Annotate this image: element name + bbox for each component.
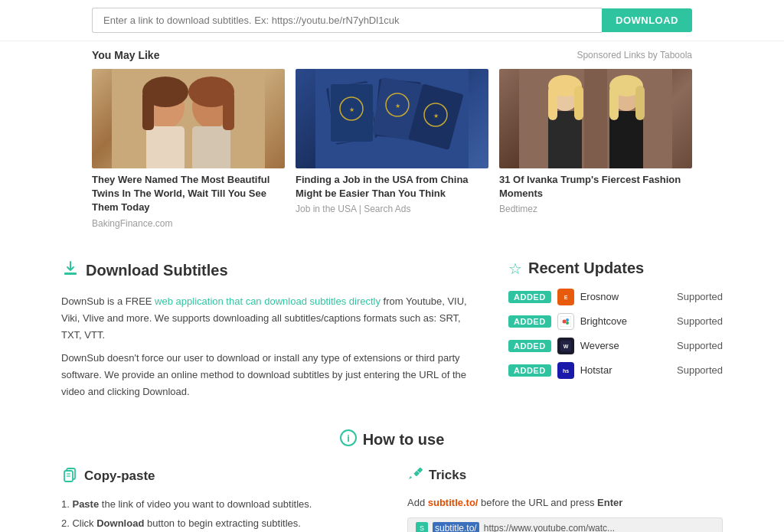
top-bar: DOWNLOAD bbox=[0, 0, 784, 41]
download-subtitles-heading: Download Subtitles bbox=[61, 259, 478, 282]
tricks-title: Tricks bbox=[429, 468, 466, 483]
how-to-heading: i How to use bbox=[61, 429, 723, 450]
subtitle-url-input[interactable] bbox=[92, 8, 602, 33]
tricks-enter1: Enter bbox=[597, 497, 622, 508]
web-app-link[interactable]: web application that can download subtit… bbox=[155, 295, 381, 307]
svg-point-38 bbox=[562, 319, 566, 323]
card-passports[interactable]: ★ ★ ★ Finding a Job in the USA from Chin… bbox=[296, 69, 488, 229]
erosnow-icon: E bbox=[557, 289, 574, 305]
download-subtitles-body1: DownSub is a FREE web application that c… bbox=[61, 293, 478, 344]
you-may-like-section: You May Like Sponsored Links by Taboola bbox=[0, 41, 784, 244]
tricks-section: Tricks Add subtitle.to/ before the URL a… bbox=[407, 465, 723, 532]
recent-updates-heading: ☆ Recent Updates bbox=[508, 259, 723, 278]
copy-paste-title: Copy-paste bbox=[84, 468, 155, 484]
svg-rect-0 bbox=[112, 69, 265, 168]
svg-rect-8 bbox=[223, 92, 234, 130]
svg-text:i: i bbox=[347, 432, 350, 444]
weverse-name: Weverse bbox=[580, 340, 671, 351]
download-subtitles-body2: DownSub doesn't force our user to downlo… bbox=[61, 350, 478, 400]
card-image-passports: ★ ★ ★ bbox=[296, 69, 488, 168]
update-row-weverse: ADDED W Weverse Supported bbox=[508, 338, 723, 354]
you-may-like-title: You May Like bbox=[92, 49, 159, 61]
hotstar-icon: hs bbox=[557, 362, 574, 379]
svg-rect-34 bbox=[64, 273, 77, 275]
badge-brightcove: ADDED bbox=[508, 315, 551, 328]
card-image-twins bbox=[92, 69, 285, 168]
erosnow-status: Supported bbox=[677, 291, 723, 302]
url-bar-1-rest: https://www.youtube.com/watc... bbox=[484, 523, 615, 532]
card-women-source: Bedtimez bbox=[499, 204, 692, 214]
svg-rect-6 bbox=[142, 92, 154, 130]
copy-paste-section: Copy-paste 1. Paste the link of video yo… bbox=[61, 465, 377, 532]
recent-updates-title: Recent Updates bbox=[528, 259, 644, 277]
cards-row: They Were Named The Most Beautiful Twins… bbox=[92, 69, 692, 229]
card-passports-title: Finding a Job in the USA from China Migh… bbox=[296, 173, 488, 201]
url-bar-1: S subtitle.to/ https://www.youtube.com/w… bbox=[407, 517, 723, 532]
copy-paste-step1: 1. Paste the link of video you want to d… bbox=[61, 495, 377, 514]
svg-rect-4 bbox=[192, 126, 230, 168]
tricks-line1: Add subtitle.to/ before the URL and pres… bbox=[407, 494, 723, 513]
main-content: Download Subtitles DownSub is a FREE web… bbox=[0, 244, 784, 423]
card-twins-source: BakingFinance.com bbox=[92, 218, 285, 229]
sponsored-links-label: Sponsored Links by Taboola bbox=[577, 50, 692, 60]
tricks-heading: Tricks bbox=[407, 465, 723, 485]
download-icon bbox=[61, 259, 80, 282]
brightcove-icon bbox=[557, 313, 574, 330]
update-row-hotstar: ADDED hs Hotstar Supported bbox=[508, 362, 723, 379]
update-row-erosnow: ADDED E Erosnow Supported bbox=[508, 289, 723, 305]
svg-text:E: E bbox=[564, 295, 567, 300]
download-button[interactable]: DOWNLOAD bbox=[602, 8, 692, 32]
card-twins[interactable]: They Were Named The Most Beautiful Twins… bbox=[92, 69, 285, 229]
card-passports-source: Job in the USA | Search Ads bbox=[296, 204, 488, 214]
url-bar-1-highlight: subtitle.to/ bbox=[433, 522, 479, 532]
women-image-placeholder bbox=[499, 69, 692, 168]
update-row-brightcove: ADDED Brightcove Supported bbox=[508, 313, 723, 330]
card-twins-title: They Were Named The Most Beautiful Twins… bbox=[92, 173, 285, 215]
pencil-icon bbox=[407, 465, 423, 485]
hotstar-name: Hotstar bbox=[580, 364, 671, 376]
you-may-like-header: You May Like Sponsored Links by Taboola bbox=[92, 49, 692, 61]
svg-text:★: ★ bbox=[395, 103, 400, 109]
svg-rect-26 bbox=[548, 86, 557, 120]
badge-erosnow: ADDED bbox=[508, 291, 551, 303]
svg-text:W: W bbox=[563, 344, 568, 349]
star-icon: ☆ bbox=[508, 259, 522, 278]
weverse-icon: W bbox=[557, 338, 574, 354]
brightcove-status: Supported bbox=[677, 315, 723, 327]
svg-marker-52 bbox=[409, 476, 412, 479]
recent-updates-section: ☆ Recent Updates ADDED E Erosnow Support… bbox=[508, 259, 723, 407]
how-to-use-section: i How to use Copy-paste 1. Paste the lin… bbox=[0, 422, 784, 532]
svg-text:★: ★ bbox=[433, 113, 439, 119]
svg-rect-31 bbox=[609, 86, 619, 120]
erosnow-name: Erosnow bbox=[580, 291, 671, 302]
info-icon: i bbox=[340, 429, 357, 450]
svg-rect-32 bbox=[635, 86, 645, 120]
svg-text:★: ★ bbox=[349, 106, 354, 113]
svg-rect-3 bbox=[146, 126, 185, 168]
download-subtitles-title: Download Subtitles bbox=[86, 262, 228, 279]
copy-paste-step2: 2. Click Download button to begin extrac… bbox=[61, 514, 377, 532]
brightcove-name: Brightcove bbox=[580, 315, 671, 327]
svg-rect-33 bbox=[584, 69, 607, 168]
card-women-title: 31 Of Ivanka Trump's Fiercest Fashion Mo… bbox=[499, 173, 692, 201]
svg-point-40 bbox=[566, 321, 569, 325]
hotstar-status: Supported bbox=[677, 364, 723, 376]
download-subtitles-section: Download Subtitles DownSub is a FREE web… bbox=[61, 259, 478, 407]
weverse-status: Supported bbox=[677, 340, 723, 351]
copy-paste-heading: Copy-paste bbox=[61, 465, 377, 486]
tricks-link1[interactable]: subtitle.to/ bbox=[428, 497, 479, 508]
card-women[interactable]: 31 Of Ivanka Trump's Fiercest Fashion Mo… bbox=[499, 69, 692, 229]
how-to-cols: Copy-paste 1. Paste the link of video yo… bbox=[61, 465, 723, 532]
badge-weverse: ADDED bbox=[508, 340, 551, 352]
svg-point-39 bbox=[566, 318, 569, 321]
passports-image-placeholder: ★ ★ ★ bbox=[296, 69, 488, 168]
svg-rect-27 bbox=[574, 86, 583, 120]
svg-text:hs: hs bbox=[563, 368, 569, 374]
url-bar-1-icon: S bbox=[416, 522, 428, 532]
how-to-use-title: How to use bbox=[363, 431, 445, 449]
twins-image-placeholder bbox=[92, 69, 285, 168]
copy-icon bbox=[61, 465, 78, 486]
badge-hotstar: ADDED bbox=[508, 364, 551, 377]
card-image-women bbox=[499, 69, 692, 168]
